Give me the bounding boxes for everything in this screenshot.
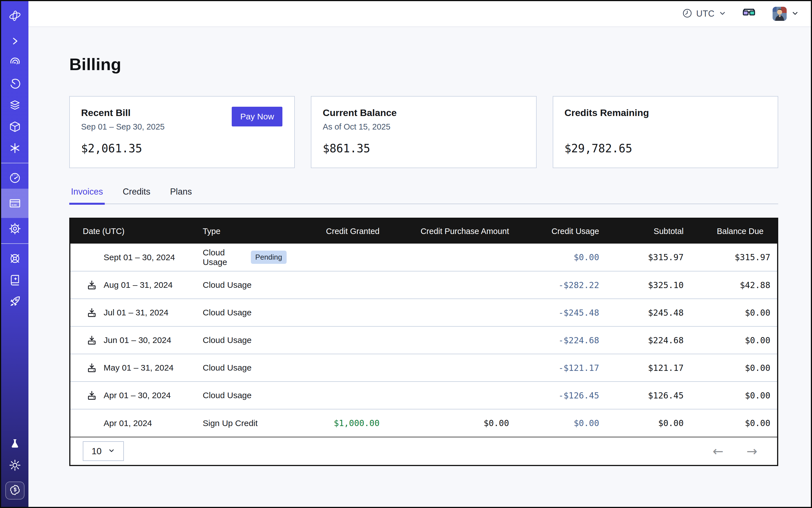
next-page-button[interactable]: → bbox=[744, 442, 760, 460]
credit-purchase-value bbox=[386, 271, 516, 299]
credit-granted-value bbox=[293, 271, 386, 299]
sidebar-item-layers[interactable] bbox=[1, 95, 29, 116]
subtotal-value: $224.68 bbox=[606, 326, 690, 354]
user-avatar bbox=[773, 7, 787, 21]
invoice-type: Cloud Usage bbox=[203, 248, 245, 267]
recent-bill-card: Recent Bill Sep 01 – Sep 30, 2025 $2,061… bbox=[69, 96, 295, 168]
table-row[interactable]: Apr 01, 2024 Sign Up Credit $1,000.00 $0… bbox=[71, 409, 777, 437]
table-row[interactable]: Jul 01 – 31, 2024 Cloud Usage -$245.48 $… bbox=[71, 299, 777, 326]
clock-icon bbox=[682, 8, 692, 19]
page-size-select[interactable]: 10 bbox=[83, 441, 124, 461]
sidebar-item-labs[interactable] bbox=[9, 433, 20, 455]
col-date: Date (UTC) bbox=[71, 219, 196, 244]
subtotal-value: $325.10 bbox=[606, 271, 690, 299]
flask-icon bbox=[9, 438, 20, 450]
status-badge: Pending bbox=[251, 251, 287, 264]
download-invoice-button[interactable] bbox=[86, 362, 97, 373]
topbar: UTC bbox=[29, 1, 811, 27]
credit-purchase-value bbox=[386, 354, 516, 382]
credits-remaining-amount: $29,782.65 bbox=[564, 142, 766, 155]
credits-rewards-button[interactable] bbox=[5, 481, 25, 500]
account-menu[interactable] bbox=[773, 7, 799, 21]
page-title: Billing bbox=[69, 55, 778, 74]
view-mode-button[interactable] bbox=[742, 8, 756, 19]
download-invoice-button[interactable] bbox=[86, 390, 97, 401]
sidebar bbox=[1, 1, 29, 507]
rocket-icon bbox=[9, 295, 21, 307]
invoice-type: Cloud Usage bbox=[203, 363, 251, 373]
sidebar-item-settings[interactable] bbox=[1, 218, 29, 239]
pager: ← → bbox=[710, 442, 760, 460]
chevron-down-icon bbox=[719, 9, 726, 18]
timezone-picker[interactable]: UTC bbox=[682, 8, 726, 19]
subtotal-value: $121.17 bbox=[606, 354, 690, 382]
tab-invoices[interactable]: Invoices bbox=[69, 187, 105, 204]
download-invoice-button[interactable] bbox=[86, 335, 97, 346]
timer-icon bbox=[9, 78, 20, 90]
book-sparkle-icon bbox=[9, 274, 21, 286]
credit-granted-value bbox=[293, 299, 386, 326]
sidebar-item-services[interactable] bbox=[1, 137, 29, 159]
sidebar-item-launch[interactable] bbox=[1, 291, 29, 312]
chevron-down-icon bbox=[791, 9, 799, 18]
download-invoice-button[interactable] bbox=[86, 307, 97, 318]
sidebar-item-theme-toggle[interactable] bbox=[9, 455, 21, 476]
sidebar-item-expand[interactable] bbox=[1, 31, 29, 52]
credit-granted-value bbox=[293, 326, 386, 354]
previous-page-button[interactable]: ← bbox=[710, 442, 726, 460]
invoice-type: Cloud Usage bbox=[203, 308, 251, 318]
download-invoice-button[interactable] bbox=[86, 279, 97, 291]
billing-page: Billing Recent Bill Sep 01 – Sep 30, 202… bbox=[29, 28, 811, 507]
subtotal-value: $126.45 bbox=[606, 382, 690, 409]
col-balance-due: Balance Due bbox=[690, 219, 777, 244]
sidebar-item-sessions[interactable] bbox=[1, 52, 29, 73]
credit-purchase-value bbox=[386, 244, 516, 271]
invoices-table-container: Date (UTC) Type Credit Granted Credit Pu… bbox=[69, 218, 778, 466]
credit-usage-value: -$224.68 bbox=[516, 326, 606, 354]
layers-icon bbox=[9, 99, 21, 111]
app-logo[interactable] bbox=[1, 1, 29, 31]
sidebar-item-containers[interactable] bbox=[1, 116, 29, 137]
credit-usage-value: $0.00 bbox=[516, 409, 606, 437]
subtotal-value: $245.48 bbox=[606, 299, 690, 326]
table-row[interactable]: May 01 – 31, 2024 Cloud Usage -$121.17 $… bbox=[71, 354, 777, 382]
invoice-date: Aug 01 – 31, 2024 bbox=[103, 280, 173, 290]
col-credit-purchase: Credit Purchase Amount bbox=[386, 219, 516, 244]
credit-granted-value bbox=[293, 354, 386, 382]
balance-due-value: $42.88 bbox=[690, 271, 777, 299]
credit-usage-value: -$121.17 bbox=[516, 354, 606, 382]
page-size-value: 10 bbox=[91, 446, 102, 457]
balance-due-value: $0.00 bbox=[690, 299, 777, 326]
invoice-type: Cloud Usage bbox=[203, 390, 251, 400]
sidebar-item-usage[interactable] bbox=[1, 167, 29, 189]
sidebar-item-billing[interactable] bbox=[1, 189, 29, 218]
credit-usage-value: -$126.45 bbox=[516, 382, 606, 409]
sidebar-item-control[interactable] bbox=[1, 248, 29, 269]
pay-now-button[interactable]: Pay Now bbox=[232, 107, 283, 126]
sidebar-divider bbox=[1, 243, 29, 244]
table-row[interactable]: Jun 01 – 30, 2024 Cloud Usage -$224.68 $… bbox=[71, 326, 777, 354]
sidebar-item-timers[interactable] bbox=[1, 73, 29, 95]
sidebar-item-docs[interactable] bbox=[1, 269, 29, 291]
credit-granted-value bbox=[293, 244, 386, 271]
sun-icon bbox=[9, 459, 21, 471]
credit-granted-value bbox=[293, 382, 386, 409]
tab-plans[interactable]: Plans bbox=[168, 187, 194, 204]
balance-due-value: $0.00 bbox=[690, 354, 777, 382]
sidebar-divider bbox=[1, 163, 29, 163]
tab-credits[interactable]: Credits bbox=[121, 187, 152, 204]
table-row[interactable]: Apr 01 – 30, 2024 Cloud Usage -$126.45 $… bbox=[71, 382, 777, 409]
balance-due-value: $0.00 bbox=[690, 326, 777, 354]
timezone-label: UTC bbox=[696, 9, 715, 19]
table-row[interactable]: Sept 01 – 30, 2024 Cloud Usage Pending $… bbox=[71, 244, 777, 271]
subtotal-value: $315.97 bbox=[606, 244, 690, 271]
credit-usage-value: -$245.48 bbox=[516, 299, 606, 326]
table-row[interactable]: Aug 01 – 31, 2024 Cloud Usage -$282.22 $… bbox=[71, 271, 777, 299]
card-title: Credits Remaining bbox=[564, 107, 766, 118]
invoice-date: Sept 01 – 30, 2024 bbox=[103, 253, 175, 262]
card-title: Current Balance bbox=[323, 107, 524, 118]
col-credit-usage: Credit Usage bbox=[516, 219, 606, 244]
invoice-type: Sign Up Credit bbox=[203, 418, 258, 428]
table-footer: 10 ← → bbox=[71, 437, 777, 465]
chevron-right-icon bbox=[11, 37, 19, 45]
